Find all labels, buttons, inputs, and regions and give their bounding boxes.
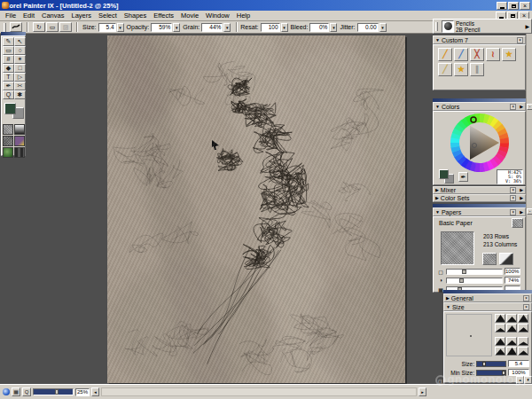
text-tool[interactable]: T bbox=[3, 73, 14, 82]
rotate-page-button[interactable]: ↻ bbox=[33, 22, 45, 32]
dab-profile-button[interactable] bbox=[518, 314, 528, 323]
dab-profile-button[interactable] bbox=[495, 324, 505, 332]
prop-field-spinner-icon[interactable]: ▾ bbox=[173, 23, 180, 32]
shape-select-tool[interactable]: ▷ bbox=[14, 73, 26, 82]
paper-swatch-button[interactable] bbox=[512, 218, 523, 228]
prop-field-spinner-icon[interactable]: ▾ bbox=[281, 23, 288, 32]
weave-selector[interactable] bbox=[14, 136, 25, 146]
dab-profile-button[interactable] bbox=[495, 314, 505, 323]
brush-category[interactable]: Pencils bbox=[456, 20, 480, 27]
hscroll-right-arrow[interactable]: ▸ bbox=[419, 387, 426, 396]
look-selector[interactable] bbox=[14, 147, 25, 158]
colors-main-swatch[interactable] bbox=[439, 169, 449, 179]
zoom-tool-button[interactable]: Q bbox=[22, 387, 31, 396]
size-palette-header[interactable]: ▼ Size × bbox=[443, 302, 532, 311]
general-palette-header[interactable]: ▶ General × bbox=[443, 293, 532, 302]
paint-bucket-tool[interactable]: ◆ bbox=[3, 64, 14, 73]
prop-field-input[interactable]: 100 bbox=[261, 23, 280, 32]
zoom-slider[interactable] bbox=[33, 388, 74, 395]
palette-close-icon[interactable]: × bbox=[523, 295, 529, 301]
dab-profile-button[interactable] bbox=[518, 337, 528, 346]
layer-adjuster-tool[interactable]: ↖ bbox=[14, 37, 26, 46]
collapse-triangle-icon[interactable]: ▼ bbox=[435, 105, 440, 109]
prop-field-input[interactable]: 0% bbox=[309, 23, 329, 32]
menu-item-canvas[interactable]: Canvas bbox=[38, 11, 67, 20]
dab-profile-button[interactable] bbox=[506, 337, 517, 346]
freehand-button[interactable]: ▨ bbox=[59, 22, 72, 32]
pen-tool[interactable]: ✒ bbox=[3, 82, 14, 90]
brush-variant-icon-button[interactable]: ╱ bbox=[454, 48, 468, 61]
hscroll-track[interactable] bbox=[101, 387, 417, 396]
dab-profile-button[interactable] bbox=[506, 324, 517, 332]
size-slider[interactable] bbox=[476, 361, 506, 367]
rect-select-tool[interactable]: ▭ bbox=[3, 46, 14, 55]
prop-field-spinner-icon[interactable]: ▾ bbox=[117, 23, 124, 32]
expand-triangle-icon[interactable]: ▶ bbox=[435, 188, 439, 192]
prop-field-spinner-icon[interactable]: ▾ bbox=[330, 23, 337, 32]
colors-palette-header[interactable]: ▼ Colors × ▶ bbox=[433, 102, 526, 111]
lasso-tool[interactable]: ○ bbox=[14, 46, 26, 55]
dab-profile-button[interactable] bbox=[506, 314, 517, 323]
brush-variant[interactable]: 2B Pencil bbox=[456, 27, 480, 33]
liner-variant-icon-button[interactable]: ∥ bbox=[470, 63, 484, 76]
scissors-tool[interactable]: ✂ bbox=[14, 82, 26, 90]
dab-profile-button[interactable] bbox=[506, 347, 517, 356]
paper-contrast-slider-value[interactable]: 74% bbox=[505, 277, 520, 284]
prop-field-input[interactable]: 5.4 bbox=[98, 23, 116, 32]
brush-dab-preview[interactable] bbox=[442, 20, 454, 33]
min-size-slider-thumb[interactable] bbox=[502, 371, 505, 375]
custom-palette-header[interactable]: ▼ Custom 7 × bbox=[433, 35, 526, 44]
document-canvas[interactable] bbox=[107, 35, 405, 383]
brush-selector-labels[interactable]: Pencils 2B Pencil bbox=[456, 20, 480, 33]
minimize-button[interactable] bbox=[497, 2, 507, 10]
collapse-box-icon[interactable]: - bbox=[527, 208, 532, 215]
palette-menu-arrow-icon[interactable]: ▶ bbox=[520, 196, 523, 200]
paper-texture-button[interactable] bbox=[482, 253, 497, 265]
menu-item-file[interactable]: File bbox=[2, 11, 20, 20]
paper-name[interactable]: Basic Paper bbox=[439, 220, 473, 226]
crop-tool[interactable]: # bbox=[3, 55, 14, 64]
drawer-scroll-down-icon[interactable]: ▾ bbox=[524, 376, 532, 384]
magic-wand-tool[interactable]: ✶ bbox=[14, 55, 26, 64]
paper-scale-slider-value[interactable]: 100% bbox=[505, 268, 520, 275]
wand2-variant-icon-button[interactable]: ★ bbox=[454, 63, 468, 76]
menu-item-edit[interactable]: Edit bbox=[20, 11, 38, 20]
toolbar-drag-handle[interactable] bbox=[4, 23, 6, 32]
min-size-slider[interactable] bbox=[476, 370, 506, 376]
palette-close-icon[interactable]: × bbox=[510, 187, 516, 193]
size-value[interactable]: 5.4 bbox=[508, 360, 529, 367]
zoom-slider-thumb[interactable] bbox=[55, 389, 59, 395]
paper-scale-slider[interactable] bbox=[446, 269, 503, 275]
prop-field-input[interactable]: 0.00 bbox=[357, 23, 379, 32]
palette-menu-arrow-icon[interactable]: ▶ bbox=[520, 188, 523, 192]
crossed-brush-variant-icon-button[interactable]: ╳ bbox=[470, 48, 484, 61]
page-rotate-button[interactable]: ▦ bbox=[12, 387, 20, 396]
pencil-variant-icon-button[interactable]: ╱ bbox=[438, 48, 452, 61]
nozzle-selector[interactable] bbox=[3, 147, 13, 158]
color-wheel[interactable] bbox=[448, 113, 512, 173]
close-button[interactable]: × bbox=[520, 2, 530, 10]
menu-item-select[interactable]: Select bbox=[95, 11, 121, 20]
main-color-swatch[interactable] bbox=[4, 103, 16, 114]
papers-palette-header[interactable]: ▼ Papers × ▶ bbox=[433, 207, 526, 216]
chalk-variant-icon-button[interactable]: ≀ bbox=[486, 48, 500, 61]
menu-item-window[interactable]: Window bbox=[202, 11, 233, 20]
size-slider-thumb[interactable] bbox=[482, 362, 486, 366]
menu-item-effects[interactable]: Effects bbox=[150, 11, 177, 20]
expand-triangle-icon[interactable]: ▶ bbox=[446, 296, 450, 301]
dab-profile-button[interactable] bbox=[518, 347, 528, 356]
dab-profile-button[interactable] bbox=[518, 324, 528, 332]
palette-close-icon[interactable]: × bbox=[523, 304, 529, 310]
prop-field-input[interactable]: 44% bbox=[201, 23, 223, 32]
restore-button[interactable] bbox=[508, 2, 519, 10]
collapse-triangle-icon[interactable]: ▼ bbox=[435, 210, 440, 215]
pencil2-variant-icon-button[interactable]: ╱ bbox=[438, 63, 452, 76]
menu-item-shapes[interactable]: Shapes bbox=[121, 11, 150, 20]
prop-field-input[interactable]: 59% bbox=[151, 23, 172, 32]
palette-menu-arrow-icon[interactable]: ▶ bbox=[520, 210, 523, 215]
mixer-palette-header[interactable]: ▶ Mixer × ▶ bbox=[433, 186, 526, 194]
color-sets-palette-header[interactable]: ▶ Color Sets × ▶ bbox=[433, 194, 526, 202]
brush-menu-arrow-icon[interactable]: ▶ bbox=[525, 23, 529, 29]
magnifier-tool[interactable]: Q bbox=[3, 90, 14, 99]
pattern-selector[interactable] bbox=[3, 136, 13, 146]
